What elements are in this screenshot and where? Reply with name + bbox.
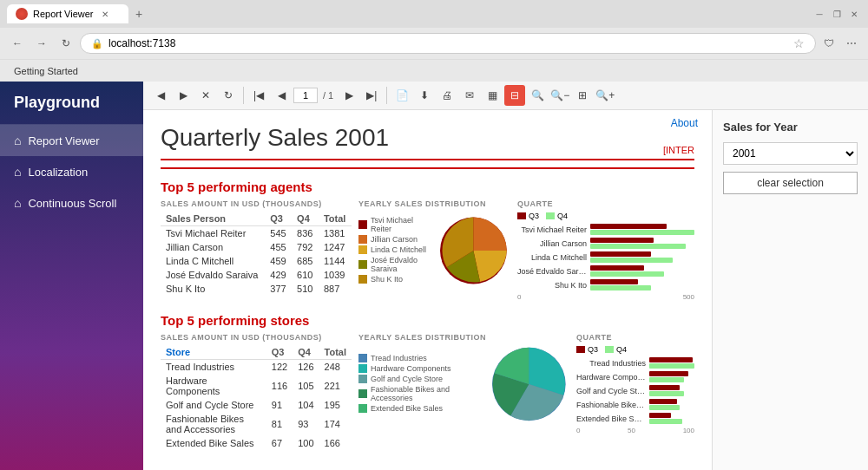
stores-bar-chart: Tread Industries Hardware Components Gol…	[576, 357, 694, 434]
agent-name: Linda C Mitchell	[161, 254, 265, 268]
print-btn[interactable]: 🖨	[437, 85, 457, 106]
table-row: Linda C Mitchell 459 685 1144	[161, 254, 352, 268]
stores-pie-section: YEARLY SALES DISTRIBUTION Tread Industri…	[358, 333, 566, 457]
home-icon: ⌂	[14, 134, 21, 147]
agents-bar-header: QUARTE	[517, 199, 694, 208]
report-wrapper: About Quarterly Sales 2001 [INTER Top 5 …	[143, 110, 868, 470]
sidebar: Playground ⌂ Report Viewer ⌂ Localizatio…	[0, 82, 143, 470]
refresh-btn[interactable]: ↻	[56, 33, 76, 54]
store-name: Golf and Cycle Store	[161, 398, 266, 412]
agent-total: 887	[319, 282, 352, 296]
report-area[interactable]: About Quarterly Sales 2001 [INTER Top 5 …	[143, 110, 712, 470]
forward-report-btn[interactable]: ▶	[173, 85, 194, 106]
table-btn[interactable]: ▦	[482, 85, 503, 106]
table-row: Extended Bike Sales 67100166	[161, 436, 352, 450]
close-btn[interactable]: ✕	[847, 7, 861, 21]
report-toolbar: ◀ ▶ ✕ ↻ |◀ ◀ / 1 ▶ ▶| 📄 ⬇ 🖨 ✉ ▦ ⊟ 🔍 🔍− ⊞…	[143, 82, 868, 110]
refresh-report-btn[interactable]: ↻	[218, 85, 239, 106]
next-page-btn[interactable]: ▶	[339, 85, 359, 106]
section-agents-title: Top 5 performing agents	[161, 180, 694, 194]
url-input[interactable]	[108, 37, 788, 49]
agents-pie-chart	[440, 212, 507, 290]
agent-q3: 377	[265, 282, 292, 296]
shield-icon[interactable]: 🛡	[819, 34, 838, 53]
sidebar-item-report-viewer[interactable]: ⌂ Report Viewer	[0, 125, 143, 156]
agents-bar-section: QUARTE Q3 Q4 Tsvi Michael Reiter Jillian…	[517, 199, 694, 303]
stop-btn[interactable]: ✕	[195, 85, 216, 106]
agent-q3: 429	[265, 268, 292, 282]
first-page-btn[interactable]: |◀	[248, 85, 269, 106]
zoom-out-btn[interactable]: 🔍−	[549, 85, 570, 106]
agent-name: José Edvaldo Saraiva	[161, 268, 265, 282]
table-row: Tread Industries 122126248	[161, 360, 352, 375]
col-q3: Q3	[266, 345, 293, 360]
zoom-select-btn[interactable]: ⊞	[572, 85, 593, 106]
stores-bar-section: QUARTE Q3 Q4 Tread Industries Hardware C…	[576, 333, 694, 457]
sidebar-label-report-viewer: Report Viewer	[28, 134, 99, 147]
store-name: Hardware Components	[161, 374, 266, 398]
new-tab-btn[interactable]: +	[128, 3, 149, 24]
separator-2	[386, 87, 387, 104]
agent-q3: 459	[265, 254, 292, 268]
extensions-icon[interactable]: ⋯	[842, 34, 861, 53]
agents-bar-legend: Q3 Q4	[517, 212, 694, 220]
agents-chart-header: YEARLY SALES DISTRIBUTION	[358, 199, 507, 208]
agents-charts: YEARLY SALES DISTRIBUTION Tsvi Michael R…	[358, 199, 694, 303]
document-btn[interactable]: 📄	[391, 85, 412, 106]
about-link[interactable]: About	[657, 110, 712, 136]
agent-q3: 455	[265, 240, 292, 254]
col-store: Store	[161, 345, 266, 360]
agents-table-header-row: Sales Person Q3 Q4 Total	[161, 212, 352, 226]
stores-table-header: SALES AMOUNT IN USD (THOUSANDS)	[161, 333, 352, 342]
back-report-btn[interactable]: ◀	[150, 85, 171, 106]
home-icon-3: ⌂	[14, 196, 21, 210]
separator-1	[243, 87, 244, 104]
store-name: Extended Bike Sales	[161, 436, 266, 450]
col-q4: Q4	[292, 212, 319, 226]
stores-table: Store Q3 Q4 Total Tread Industries 12212…	[161, 345, 352, 450]
tab-title: Report Viewer	[33, 9, 94, 19]
minimize-btn[interactable]: ─	[812, 7, 826, 21]
col-total: Total	[319, 212, 352, 226]
forward-btn[interactable]: →	[31, 33, 52, 54]
table-row: Shu K Ito 377 510 887	[161, 282, 352, 296]
agent-q4: 792	[292, 240, 319, 254]
email-btn[interactable]: ✉	[459, 85, 480, 106]
stores-charts: YEARLY SALES DISTRIBUTION Tread Industri…	[358, 333, 694, 457]
agents-bar-chart: Tsvi Michael Reiter Jillian Carson Linda…	[517, 224, 694, 301]
table-row: Tsvi Michael Reiter 545 836 1381	[161, 226, 352, 241]
last-page-btn[interactable]: ▶|	[361, 85, 382, 106]
back-btn[interactable]: ←	[7, 33, 28, 54]
stores-bar-header: QUARTE	[576, 333, 694, 342]
filter-btn[interactable]: ⊟	[504, 85, 525, 106]
sidebar-item-localization[interactable]: ⌂ Localization	[0, 156, 143, 187]
search-btn[interactable]: 🔍	[527, 85, 548, 106]
page-input[interactable]	[293, 88, 318, 103]
sidebar-item-continuous-scroll[interactable]: ⌂ Continuous Scroll	[0, 187, 143, 219]
year-select[interactable]: 2001 2002 2003	[723, 142, 858, 165]
agent-name: Tsvi Michael Reiter	[161, 226, 265, 241]
zoom-in-btn[interactable]: 🔍+	[595, 85, 615, 106]
agent-total: 1039	[319, 268, 352, 282]
table-row: Hardware Components 116105221	[161, 374, 352, 398]
address-bar[interactable]: 🔒 ☆	[80, 33, 816, 54]
bookmark-getting-started[interactable]: Getting Started	[7, 64, 85, 78]
report-subtitle: [INTER	[663, 145, 694, 155]
download-btn[interactable]: ⬇	[414, 85, 435, 106]
page-total: / 1	[319, 90, 337, 101]
sidebar-label-continuous-scroll: Continuous Scroll	[28, 197, 116, 210]
sidebar-title: Playground	[0, 82, 143, 125]
agents-pie-legend: Tsvi Michael Reiter Jillian Carson Linda…	[358, 216, 433, 285]
col-total: Total	[319, 345, 352, 360]
agent-q4: 836	[292, 226, 319, 241]
prev-page-btn[interactable]: ◀	[271, 85, 292, 106]
agents-table-header: SALES AMOUNT IN USD (THOUSANDS)	[161, 199, 352, 208]
tab-close-btn[interactable]: ✕	[99, 8, 111, 20]
clear-selection-btn[interactable]: clear selection	[723, 172, 858, 194]
browser-tab[interactable]: Report Viewer ✕	[7, 4, 128, 23]
restore-btn[interactable]: ❐	[830, 7, 844, 21]
table-row: Fashionable Bikes and Accessories 819317…	[161, 412, 352, 436]
sidebar-label-localization: Localization	[28, 166, 88, 179]
bookmark-star-icon[interactable]: ☆	[793, 36, 805, 50]
panel-title: Sales for Year	[723, 121, 858, 134]
